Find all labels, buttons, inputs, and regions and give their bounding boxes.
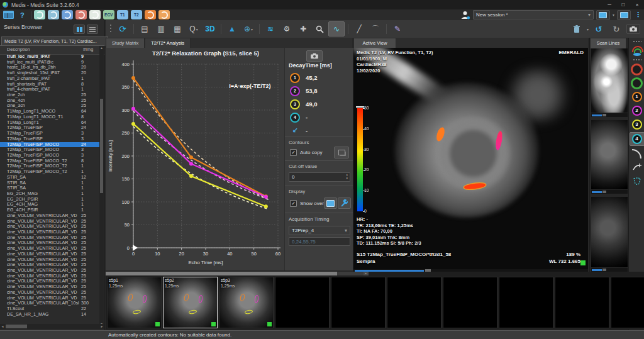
- session-dropdown[interactable]: New session * ▾: [473, 10, 594, 19]
- q-apps-icon[interactable]: Q▾: [186, 22, 201, 36]
- series-row[interactable]: trufi_2-chamber_iPAT1: [0, 76, 100, 82]
- series-row[interactable]: T2Map_TrueFISP_MOCO3: [0, 147, 100, 153]
- tools-button[interactable]: [338, 197, 351, 209]
- endo-contour-tool[interactable]: [630, 63, 644, 75]
- series-row[interactable]: EG_4CH_MAG1: [0, 202, 100, 208]
- series-row[interactable]: T2Map_TrueFISP_MOCO_T28: [0, 158, 100, 164]
- display-settings-icon[interactable]: ⚙: [279, 22, 294, 36]
- scrollbar-thumb[interactable]: [6, 325, 27, 328]
- sculpt-tool-icon[interactable]: ✎: [390, 22, 405, 36]
- filmstrip-empty-cell[interactable]: [499, 277, 553, 328]
- series-row[interactable]: EG_2CH_PSIR1: [0, 197, 100, 203]
- slider-handle[interactable]: [602, 114, 606, 116]
- series-row[interactable]: T2Map_TrueFISP_MOCO3: [0, 153, 100, 158]
- minimize-button[interactable]: ─: [602, 0, 616, 9]
- series-row[interactable]: T2Map_TrueFISP_MOCO24: [0, 142, 100, 148]
- column-description[interactable]: Description: [0, 46, 83, 54]
- scroll-right-icon[interactable]: ►: [364, 272, 369, 275]
- vertical-scrollbar[interactable]: ▲ ▼: [99, 46, 104, 326]
- toolbar-grip[interactable]: [109, 24, 113, 34]
- filmstrip-empty-cell[interactable]: [443, 277, 497, 328]
- layout-icon[interactable]: [3, 11, 14, 19]
- contour-tool-icon[interactable]: ⌒: [368, 22, 383, 36]
- app-3dview-icon[interactable]: [62, 10, 73, 19]
- undo-button[interactable]: ↺: [591, 22, 606, 36]
- scroll-left-icon[interactable]: ◄: [0, 324, 5, 329]
- marker-cone-icon[interactable]: ▲: [225, 22, 240, 36]
- help-button[interactable]: ?: [20, 11, 25, 19]
- roi-4-tool[interactable]: 4: [630, 132, 644, 146]
- filmstrip-empty-cell[interactable]: [555, 277, 609, 328]
- heart-contour-tool[interactable]: [630, 175, 644, 187]
- save-session-button[interactable]: [596, 10, 610, 20]
- decaytime-row[interactable]: 145,2: [290, 71, 318, 84]
- zoom-tool-icon[interactable]: [312, 22, 327, 36]
- auto-detect-tool[interactable]: [630, 45, 644, 57]
- chevron-down-icon[interactable]: ▾: [613, 13, 614, 17]
- reload-session-button[interactable]: [617, 10, 631, 20]
- scan-thumbnail-2[interactable]: [591, 120, 628, 189]
- image-lock-icon[interactable]: ▦: [170, 22, 185, 36]
- filmstrip-empty-cell[interactable]: [331, 277, 386, 328]
- filmstrip-empty-cell[interactable]: [611, 277, 644, 328]
- filmstrip-scrollbar[interactable]: ►: [106, 272, 369, 275]
- series-row[interactable]: trufi_shortaxis_iPAT8: [0, 82, 100, 87]
- app-ecv-icon[interactable]: ECV: [103, 10, 114, 19]
- acquisition-dropdown[interactable]: T2Prep_4 ▾: [289, 226, 350, 235]
- filmstrip-empty-cell[interactable]: [275, 277, 330, 328]
- scroll-up-icon[interactable]: ▲: [99, 46, 104, 50]
- redo-button[interactable]: ↻: [609, 22, 624, 36]
- scroll-right-icon[interactable]: ►: [99, 324, 104, 329]
- series-row[interactable]: EG_2CH_MAG1: [0, 191, 100, 197]
- scrollbar-thumb[interactable]: [106, 272, 337, 275]
- series-row[interactable]: T1Map_LongT1_MOCO64: [0, 109, 100, 114]
- grid-view-button[interactable]: [74, 25, 85, 34]
- decaytime-row[interactable]: 349,0: [290, 97, 318, 111]
- delete-button[interactable]: [569, 22, 584, 36]
- mri-viewport[interactable]: Medis T2 (LV, RV Function, T1, T2)01/01/…: [353, 48, 588, 268]
- study-tab[interactable]: Medis T2 (LV, RV Function, T1, T2) Cardi…: [1, 36, 108, 46]
- filmstrip-cell[interactable]: s5p21,25ms: [163, 277, 218, 328]
- close-button[interactable]: ×: [630, 0, 644, 9]
- series-row[interactable]: STIR_SA12: [0, 175, 100, 181]
- tab-scan-lines[interactable]: Scan Lines: [590, 38, 626, 48]
- app-qtavi-icon[interactable]: [89, 10, 101, 19]
- arc-tool[interactable]: [630, 147, 644, 160]
- three-d-icon[interactable]: 3D: [203, 22, 218, 36]
- cutoff-spinbox[interactable]: 0 ▲▼: [289, 172, 350, 182]
- series-row[interactable]: trufi_singleshot_15sl_iPAT20: [0, 70, 100, 76]
- user-icon[interactable]: [460, 11, 470, 19]
- chart-snapshot-button[interactable]: [306, 50, 323, 62]
- tab-study-matrix[interactable]: Study Matrix: [106, 38, 145, 48]
- line-tool-icon[interactable]: ╱: [352, 22, 367, 36]
- filmstrip-icon[interactable]: ▥: [153, 22, 169, 36]
- filmstrip-empty-cell[interactable]: [387, 277, 441, 328]
- series-row[interactable]: T2Map_TrueFISP3: [0, 131, 100, 136]
- copy-contours-button[interactable]: [334, 147, 349, 158]
- series-row[interactable]: STIR_SA1: [0, 186, 100, 191]
- report-icon[interactable]: ▤: [137, 22, 152, 36]
- maximize-button[interactable]: □: [616, 0, 630, 9]
- reset-view-icon[interactable]: ⟳: [115, 22, 130, 36]
- tab-t2-analysis[interactable]: T2/T2* Analysis: [145, 38, 191, 48]
- show-overlay-checkbox[interactable]: ✓: [290, 200, 297, 207]
- roi-2-tool[interactable]: 2: [630, 104, 644, 117]
- pan-icon[interactable]: ✚: [296, 22, 311, 36]
- app-qmass-icon[interactable]: [34, 10, 45, 19]
- decaytime-row[interactable]: 4-: [290, 111, 318, 124]
- overlay-settings-button[interactable]: [324, 197, 337, 209]
- polyline-tool[interactable]: [630, 161, 644, 174]
- chevron-down-icon[interactable]: ▾: [587, 27, 589, 31]
- scrollbar-thumb[interactable]: [100, 99, 103, 193]
- auto-copy-checkbox[interactable]: ✓: [290, 149, 297, 156]
- app-t1-icon[interactable]: T1: [117, 10, 128, 19]
- slider-handle[interactable]: [602, 269, 606, 271]
- series-row[interactable]: T2Map_TrueFISP24: [0, 125, 100, 131]
- app-qstrain-icon[interactable]: [75, 10, 87, 19]
- series-row[interactable]: trufi_loc_multi_iPAT9: [0, 54, 100, 60]
- filmstrip-cell[interactable]: s5p11,25ms: [107, 277, 162, 328]
- spinner-arrows-icon[interactable]: ▲▼: [346, 173, 348, 181]
- roi-3-tool[interactable]: 3: [630, 118, 644, 131]
- series-row[interactable]: T2Map_TrueFISP_MOCO_T21: [0, 164, 100, 169]
- scan-thumbnail-1[interactable]: [591, 48, 628, 113]
